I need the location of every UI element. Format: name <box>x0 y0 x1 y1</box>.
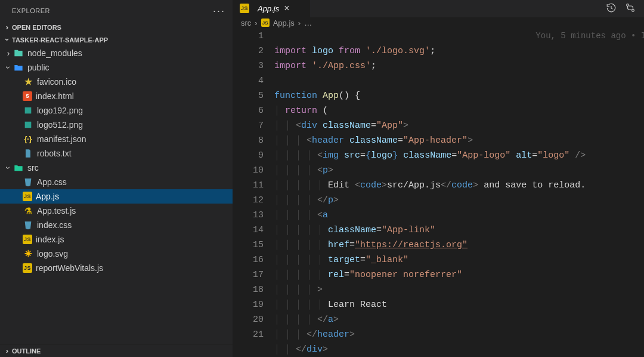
tree-file-logo512[interactable]: logo512.png <box>0 118 233 132</box>
js-icon: JS <box>23 263 32 273</box>
tree-label: App.css <box>37 177 67 187</box>
tree-label: App.test.js <box>37 206 76 216</box>
js-icon: JS <box>23 235 32 244</box>
project-section[interactable]: › TASKER-REACT-SAMPLE-APP <box>0 33 233 46</box>
js-icon: JS <box>261 19 270 27</box>
close-icon[interactable]: × <box>284 3 289 14</box>
tree-file-app-test[interactable]: ⚗ App.test.js <box>0 204 233 218</box>
code-editor[interactable]: 123456789101112131415161718192021 You, 5… <box>233 29 644 357</box>
breadcrumb-folder[interactable]: src <box>241 19 251 27</box>
tree-file-logo192[interactable]: logo192.png <box>0 103 233 118</box>
html5-icon: 5 <box>23 91 32 101</box>
css-icon <box>23 220 33 230</box>
explorer-title: EXPLORER <box>12 7 50 14</box>
explorer-header: EXPLORER ··· <box>0 0 233 21</box>
folder-icon <box>13 48 24 59</box>
tree-label: favicon.ico <box>37 77 76 87</box>
css-icon <box>23 177 33 187</box>
line-number-gutter: 123456789101112131415161718192021 <box>233 29 274 357</box>
folder-open-icon <box>13 62 24 73</box>
git-blame-annotation: You, 5 minutes ago • Ini <box>535 29 644 44</box>
json-icon: {·} <box>23 134 33 144</box>
svg-icon: ✳ <box>23 248 33 259</box>
tab-filename: App.js <box>258 4 279 13</box>
tree-label: index.css <box>37 220 72 230</box>
file-tree: › node_modules › public ★ favicon.ico 5 … <box>0 46 233 344</box>
tree-label: reportWebVitals.js <box>36 263 103 273</box>
tree-label: public <box>27 63 49 72</box>
tree-label: logo.svg <box>37 249 68 258</box>
tree-label: robots.txt <box>37 149 72 158</box>
tree-label: src <box>27 163 39 173</box>
timeline-icon[interactable] <box>606 2 617 15</box>
svg-point-0 <box>627 4 629 7</box>
star-icon: ★ <box>23 76 33 87</box>
breadcrumbs[interactable]: src › JS App.js › … <box>233 17 644 29</box>
tree-file-app-css[interactable]: App.css <box>0 175 233 189</box>
tree-label: manifest.json <box>37 134 86 144</box>
tree-file-manifest[interactable]: {·} manifest.json <box>0 132 233 146</box>
flask-icon: ⚗ <box>23 205 33 216</box>
chevron-down-icon: › <box>4 163 13 173</box>
js-icon: JS <box>23 192 32 201</box>
chevron-right-icon: › <box>2 346 12 355</box>
open-editors-section[interactable]: › OPEN EDITORS <box>0 21 233 33</box>
tree-folder-node-modules[interactable]: › node_modules <box>0 46 233 60</box>
open-editors-label: OPEN EDITORS <box>12 24 61 31</box>
tree-file-index-html[interactable]: 5 index.html <box>0 89 233 103</box>
tree-file-app-js[interactable]: JS App.js <box>0 189 233 204</box>
outline-label: OUTLINE <box>12 347 41 355</box>
tree-file-favicon[interactable]: ★ favicon.ico <box>0 75 233 89</box>
tree-file-index-css[interactable]: index.css <box>0 218 233 232</box>
breadcrumb-file[interactable]: App.js <box>273 19 295 27</box>
tree-file-robots[interactable]: robots.txt <box>0 146 233 161</box>
tree-label: node_modules <box>27 48 82 58</box>
chevron-right-icon: › <box>2 23 12 32</box>
compare-changes-icon[interactable] <box>625 2 636 15</box>
tree-file-webvitals[interactable]: JS reportWebVitals.js <box>0 261 233 275</box>
tree-label: App.js <box>36 192 59 201</box>
tree-label: index.js <box>36 235 64 244</box>
chevron-right-icon: › <box>298 19 301 27</box>
chevron-down-icon: › <box>3 35 12 45</box>
image-icon <box>23 105 33 116</box>
tab-app-js[interactable]: JS App.js × <box>233 0 310 17</box>
editor-actions <box>606 0 644 17</box>
folder-open-icon <box>13 162 24 173</box>
project-name: TASKER-REACT-SAMPLE-APP <box>12 36 108 44</box>
tree-folder-public[interactable]: › public <box>0 60 233 75</box>
chevron-down-icon: › <box>4 63 13 72</box>
tree-file-logo-svg[interactable]: ✳ logo.svg <box>0 247 233 261</box>
svg-point-1 <box>632 10 634 12</box>
js-icon: JS <box>240 4 249 13</box>
code-lines[interactable]: You, 5 minutes ago • Iniimport logo from… <box>274 29 644 357</box>
tree-folder-src[interactable]: › src <box>0 161 233 175</box>
chevron-right-icon: › <box>4 48 13 58</box>
tree-file-index-js[interactable]: JS index.js <box>0 232 233 247</box>
image-icon <box>23 119 33 130</box>
document-icon <box>23 148 33 159</box>
editor-pane: JS App.js × src › JS App.js › … 12 <box>233 0 644 357</box>
explorer-sidebar: EXPLORER ··· › OPEN EDITORS › TASKER-REA… <box>0 0 233 357</box>
tree-label: index.html <box>36 91 74 101</box>
tree-label: logo512.png <box>37 120 83 130</box>
outline-section[interactable]: › OUTLINE <box>0 344 233 357</box>
tab-bar: JS App.js × <box>233 0 644 17</box>
tree-label: logo192.png <box>37 106 83 115</box>
breadcrumb-rest[interactable]: … <box>304 19 312 27</box>
chevron-right-icon: › <box>255 19 257 27</box>
